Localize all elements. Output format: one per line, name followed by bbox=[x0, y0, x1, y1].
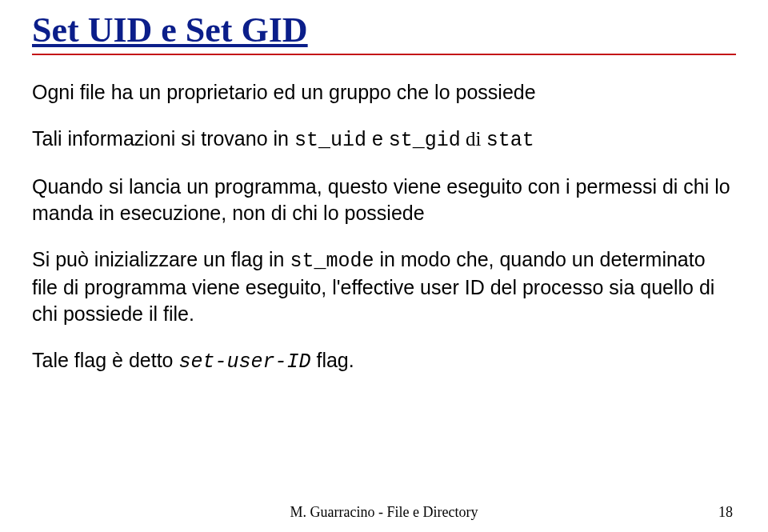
paragraph-1: Ogni file ha un proprietario ed un grupp… bbox=[32, 79, 736, 106]
paragraph-3: Quando si lancia un programma, questo vi… bbox=[32, 174, 736, 226]
text: Tale flag è detto bbox=[32, 349, 178, 371]
text: e bbox=[366, 127, 389, 150]
paragraph-4: Si può inizializzare un flag in st_mode … bbox=[32, 246, 736, 327]
title-underline-rule bbox=[32, 54, 736, 55]
text: di bbox=[461, 128, 486, 150]
text: Si può inizializzare un flag in bbox=[32, 248, 290, 270]
text: Tali informazioni si trovano in bbox=[32, 127, 294, 150]
slide-title: Set UID e Set GID bbox=[32, 8, 736, 54]
code-st-uid: st_uid bbox=[294, 129, 366, 152]
slide-body: Ogni file ha un proprietario ed un grupp… bbox=[32, 79, 736, 375]
code-st-gid: st_gid bbox=[389, 129, 461, 152]
page-number: 18 bbox=[718, 504, 733, 521]
footer-text: M. Guarracino - File e Directory bbox=[0, 504, 768, 521]
slide: Set UID e Set GID Ogni file ha un propri… bbox=[0, 0, 768, 532]
code-stat: stat bbox=[486, 129, 534, 152]
paragraph-2: Tali informazioni si trovano in st_uid e… bbox=[32, 126, 736, 154]
text: flag. bbox=[311, 349, 354, 371]
paragraph-5: Tale flag è detto set-user-ID flag. bbox=[32, 347, 736, 375]
code-set-user-id: set-user-ID bbox=[178, 350, 310, 374]
code-st-mode: st_mode bbox=[290, 250, 374, 273]
